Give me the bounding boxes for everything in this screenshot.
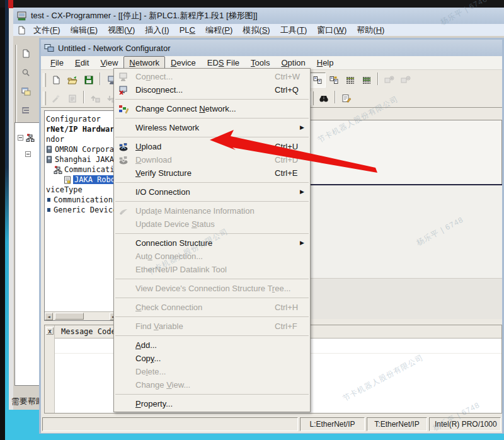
submenu-arrow-icon: ▶ — [300, 188, 304, 195]
tree-item-vendor[interactable]: ndor — [45, 134, 118, 144]
table-view-button[interactable] — [342, 72, 358, 88]
cx-menu-file[interactable]: 文件(F) — [28, 24, 66, 37]
menu-separator — [115, 137, 309, 137]
menu-item-ethernet-ip-datalink-tool[interactable]: EtherNet/IP Datalink Tool — [114, 263, 310, 276]
nc-menu-network[interactable]: Network — [123, 56, 165, 69]
cx-menu-program[interactable]: 编程(P) — [200, 24, 238, 37]
cx-project-tree[interactable] — [14, 122, 40, 386]
cx-menu-simulate[interactable]: 模拟(S) — [238, 24, 275, 37]
cx-menu-insert[interactable]: 插入(I) — [140, 24, 174, 37]
save-icon — [84, 76, 93, 84]
menu-item-find-variable[interactable]: Find VariableCtrl+F — [114, 320, 310, 333]
menu-item-io-connection[interactable]: I/O Connection▶ — [114, 185, 310, 199]
menu-item-property[interactable]: Property... — [114, 397, 310, 410]
tree-collapse-icon[interactable] — [18, 135, 23, 141]
cx-menu-tools[interactable]: 工具(T) — [275, 24, 312, 37]
nc-menu-view[interactable]: View — [94, 56, 123, 69]
find-button[interactable] — [316, 91, 332, 106]
tree-item-device-type[interactable]: viceType — [45, 185, 118, 195]
close-message-pane-button[interactable]: x — [46, 327, 54, 335]
download-icon — [118, 154, 131, 165]
nc-menu-eds-file[interactable]: EDS File — [202, 56, 245, 69]
nc-menu-label: Tools — [251, 58, 270, 67]
menu-item-copy[interactable]: Copy... — [114, 352, 310, 365]
message-pane-toolbar: x — [45, 325, 55, 413]
toolbar-handle[interactable] — [43, 91, 46, 105]
tree-item-generic-device[interactable]: Generic Device — [45, 205, 118, 215]
table-view2-button[interactable] — [358, 72, 375, 88]
menu-item-add[interactable]: Add... — [114, 339, 310, 352]
tree-collapse-icon[interactable] — [25, 151, 31, 157]
desktop-bottom-strip — [5, 434, 504, 440]
window-button[interactable] — [18, 84, 33, 99]
open-button[interactable] — [64, 72, 81, 88]
clipboard-button[interactable] — [64, 91, 81, 106]
cx-menu-view[interactable]: 视图(V) — [103, 24, 140, 37]
menu-item-disconnect[interactable]: Disconnect...Ctrl+Q — [114, 83, 310, 96]
nc-titlebar[interactable]: Untitled - Network Configurator — [41, 40, 502, 56]
cx-titlebar[interactable]: test - CX-Programmer - [[停止] - 新PLC1.新程序… — [13, 8, 504, 24]
tree-item-shanghai-jaka[interactable]: Shanghai JAKA Ro — [45, 154, 118, 165]
tree-item-omron[interactable]: OMRON Corporatio — [45, 144, 118, 154]
nc-menu-option[interactable]: Option — [275, 56, 311, 69]
nc-menu-file[interactable]: File — [45, 56, 69, 69]
scroll-left-icon[interactable]: ◄ — [45, 313, 53, 320]
new-file-button[interactable] — [48, 72, 64, 88]
nc-menu-help[interactable]: Help — [311, 56, 340, 69]
menu-item-verify-structure[interactable]: Verify StructureCtrl+E — [114, 166, 310, 180]
menu-item-label: Find Variable — [135, 321, 183, 331]
menu-item-label: Check Connection — [135, 303, 202, 312]
edit-param-button[interactable] — [338, 91, 355, 106]
tree-item-label: Communications A — [54, 195, 118, 204]
nc-menu-device[interactable]: Device — [165, 56, 202, 69]
desktop-screen: test - CX-Programmer - [[停止] - 新PLC1.新程序… — [0, 0, 504, 440]
cx-menu-edit[interactable]: 编辑(E) — [66, 24, 103, 37]
menu-item-update-device-status[interactable]: Update Device Status — [114, 217, 310, 231]
submenu-arrow-icon: ▶ — [300, 240, 304, 246]
toolbar-handle[interactable] — [43, 73, 46, 87]
cx-menu-plc[interactable]: PLC — [175, 25, 200, 35]
toolbar-separator — [377, 72, 379, 85]
menu-item-auto-connection[interactable]: Auto Connection... — [114, 250, 310, 263]
menu-item-wireless-network[interactable]: Wireless Network▶ — [114, 121, 310, 134]
zoom-button[interactable] — [18, 65, 33, 80]
tree-item-communication[interactable]: Communication — [45, 165, 118, 175]
new-file-button[interactable] — [18, 46, 33, 61]
cx-menu-label: 插入(I) — [145, 25, 169, 35]
window-icon — [21, 87, 31, 96]
net-upload-button[interactable] — [87, 91, 103, 106]
wizard-button[interactable] — [48, 91, 64, 106]
layout-device-button[interactable] — [309, 72, 326, 88]
cx-menu-help[interactable]: 帮助(H) — [352, 24, 389, 37]
tree-item-communications-adapter[interactable]: Communications A — [45, 195, 118, 205]
rungs-button[interactable] — [18, 103, 33, 118]
nc-menu-tools[interactable]: Tools — [245, 56, 275, 69]
menu-item-download[interactable]: DownloadCtrl+D — [114, 153, 310, 166]
layout-device2-button[interactable] — [326, 72, 342, 88]
menu-item-view-device-connection-structure-tree[interactable]: View Device's Connection Structure Tree.… — [114, 282, 310, 295]
toolbar-handle[interactable] — [311, 91, 314, 105]
menu-item-update-maintenance-information[interactable]: Update Maintenance Information — [114, 204, 310, 217]
menu-item-upload[interactable]: UploadCtrl+U — [114, 140, 310, 153]
menu-separator — [115, 316, 309, 317]
menu-item-check-connection[interactable]: Check ConnectionCtrl+H — [114, 301, 310, 314]
menu-item-connect[interactable]: Connect...Ctrl+W — [114, 70, 310, 83]
cx-menu-window[interactable]: 窗口(W) — [312, 24, 352, 37]
add-device-button[interactable] — [381, 72, 398, 88]
remove-device-button[interactable] — [398, 72, 414, 88]
tree-item-jaka-robot[interactable]: JAKA Robot — [45, 175, 118, 185]
layout-device-icon — [312, 76, 323, 84]
menu-item-change-view[interactable]: Change View... — [114, 378, 310, 391]
cx-menu-label: 帮助(H) — [357, 25, 384, 35]
tree-item-configurator[interactable]: Configurator — [45, 114, 118, 124]
tree-horizontal-scrollbar[interactable]: ◄ ► — [45, 311, 118, 320]
menu-item-delete[interactable]: Delete... — [114, 365, 310, 378]
tree-item-ethernet-ip-hardware[interactable]: rNet/IP Hardware — [45, 124, 118, 134]
nc-menu-edit[interactable]: Edit — [69, 56, 94, 69]
menu-item-change-connect-network[interactable]: Change Connect Network... — [114, 102, 310, 115]
save-button[interactable] — [81, 72, 97, 88]
find-icon — [319, 94, 329, 103]
top-desktop-strip — [0, 0, 504, 8]
menu-separator — [115, 201, 309, 202]
scrollbar-thumb[interactable] — [55, 313, 84, 320]
